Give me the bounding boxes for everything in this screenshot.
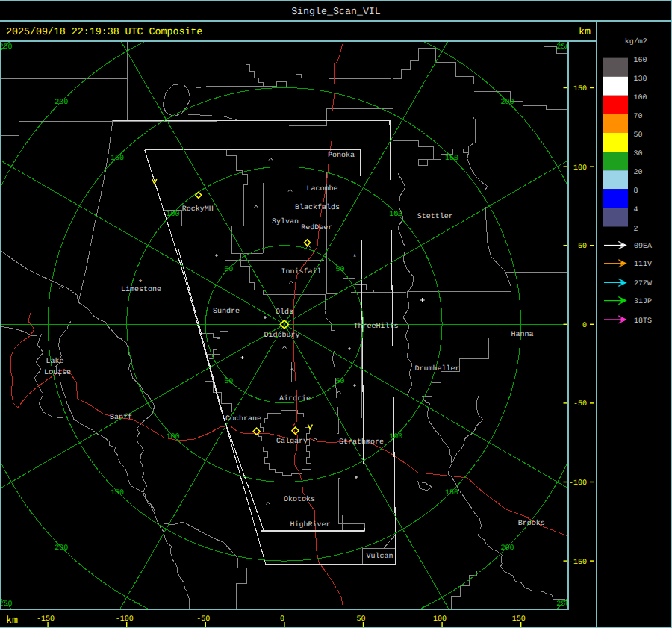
svg-text:50: 50 (356, 615, 365, 624)
svg-text:HighRiver: HighRiver (290, 520, 331, 529)
svg-text:18TS: 18TS (634, 317, 652, 326)
svg-text:50: 50 (336, 378, 345, 386)
svg-text:8: 8 (634, 187, 638, 196)
svg-text:160: 160 (634, 57, 647, 65)
svg-text:km: km (6, 615, 18, 626)
svg-text:-100: -100 (116, 615, 134, 624)
svg-text:09EA: 09EA (634, 243, 652, 251)
svg-text:50: 50 (336, 266, 345, 274)
svg-text:250: 250 (0, 43, 13, 52)
svg-text:-100: -100 (569, 479, 587, 488)
svg-text:100: 100 (389, 211, 402, 219)
svg-text:70: 70 (634, 113, 643, 121)
svg-text:Drumheller: Drumheller (414, 364, 459, 373)
svg-text:Sylvan: Sylvan (272, 217, 299, 226)
svg-text:Airdrie: Airdrie (279, 394, 311, 403)
svg-text:Blackfalds: Blackfalds (295, 203, 340, 212)
svg-text:130: 130 (634, 75, 647, 84)
svg-text:50: 50 (634, 131, 643, 140)
svg-text:Cochrane: Cochrane (225, 414, 261, 423)
svg-text:100: 100 (167, 211, 180, 219)
svg-text:31JP: 31JP (634, 298, 652, 306)
svg-text:30: 30 (634, 150, 643, 158)
svg-text:200: 200 (55, 99, 68, 107)
svg-text:Didsbury: Didsbury (264, 331, 299, 340)
svg-text:Lacombe: Lacombe (306, 184, 337, 193)
svg-text:150: 150 (445, 155, 458, 163)
svg-text:0: 0 (280, 615, 284, 624)
svg-text:-150: -150 (37, 615, 55, 624)
svg-text:2: 2 (634, 226, 638, 234)
svg-text:50: 50 (578, 243, 587, 251)
svg-text:Banff: Banff (110, 413, 132, 422)
svg-text:150: 150 (573, 85, 587, 93)
svg-text:Single_Scan_VIL: Single_Scan_VIL (291, 6, 381, 17)
svg-text:Olds: Olds (276, 308, 293, 317)
svg-text:Calgary: Calgary (276, 437, 308, 446)
svg-text:50: 50 (224, 378, 233, 386)
svg-text:2025/09/18 22:19:38 UTC Compos: 2025/09/18 22:19:38 UTC Composite (6, 26, 202, 37)
svg-text:100: 100 (634, 94, 647, 102)
svg-text:0: 0 (582, 322, 587, 330)
svg-text:200: 200 (500, 99, 514, 107)
svg-text:111V: 111V (634, 261, 652, 269)
svg-text:200: 200 (55, 544, 68, 553)
svg-text:Lake: Lake (46, 357, 63, 366)
svg-text:150: 150 (512, 615, 526, 624)
svg-text:kg/m2: kg/m2 (625, 37, 647, 46)
svg-text:150: 150 (111, 155, 124, 163)
svg-text:Louise: Louise (44, 368, 71, 377)
svg-text:Hanna: Hanna (511, 331, 533, 339)
svg-text:RockyMH: RockyMH (182, 205, 214, 214)
svg-text:Innisfail: Innisfail (281, 267, 321, 276)
svg-text:Strathmore: Strathmore (339, 438, 384, 447)
svg-text:*: * (138, 279, 143, 288)
svg-text:ThreeHills: ThreeHills (354, 322, 399, 331)
svg-text:RedDeer: RedDeer (301, 223, 332, 232)
svg-text:150: 150 (111, 489, 124, 497)
svg-text:150: 150 (445, 489, 458, 497)
svg-text:100: 100 (573, 164, 587, 172)
svg-text:100: 100 (389, 433, 402, 441)
svg-text:Sundre: Sundre (213, 307, 240, 316)
svg-text:Vulcan: Vulcan (366, 552, 393, 561)
svg-text:50: 50 (224, 266, 233, 274)
svg-text:Ponoka: Ponoka (328, 151, 355, 160)
svg-text:Stettler: Stettler (417, 212, 453, 221)
svg-text:-50: -50 (196, 615, 210, 624)
svg-text:4: 4 (634, 206, 638, 214)
svg-text:km: km (579, 26, 591, 37)
svg-text:-50: -50 (573, 400, 587, 408)
svg-text:27ZW: 27ZW (634, 280, 652, 288)
svg-text:100: 100 (167, 433, 180, 441)
svg-text:Okotoks: Okotoks (284, 495, 315, 504)
svg-text:100: 100 (433, 615, 447, 624)
svg-text:*: * (352, 254, 358, 263)
svg-text:250: 250 (0, 600, 13, 609)
svg-text:-150: -150 (569, 559, 587, 567)
svg-text:200: 200 (500, 544, 514, 553)
svg-text:20: 20 (634, 169, 643, 177)
svg-text:Brooks: Brooks (518, 519, 545, 528)
